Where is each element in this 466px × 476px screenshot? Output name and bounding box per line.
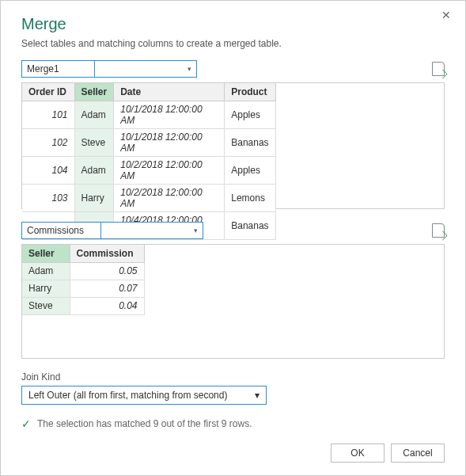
col-seller[interactable]: Seller <box>22 245 70 262</box>
second-table-preview: Seller Commission Adam 0.05 Harry 0.07 S… <box>21 244 445 359</box>
first-table-column-dropdown[interactable]: ▾ <box>94 60 197 78</box>
close-icon[interactable]: ✕ <box>435 6 457 25</box>
first-table-grid: Order ID Seller Date Product 101 Adam 10… <box>22 83 276 240</box>
chevron-down-icon: ▾ <box>194 227 198 234</box>
check-icon: ✓ <box>21 417 31 430</box>
col-order-id[interactable]: Order ID <box>22 83 74 101</box>
refresh-preview-icon[interactable] <box>432 223 445 238</box>
table-row[interactable]: Adam 0.05 <box>22 262 144 280</box>
match-status: ✓ The selection has matched 9 out of the… <box>21 417 445 430</box>
table-row[interactable]: 101 Adam 10/1/2018 12:00:00 AM Apples <box>22 101 275 128</box>
table-row[interactable]: Steve 0.04 <box>22 297 144 314</box>
cancel-button[interactable]: Cancel <box>391 444 445 463</box>
join-kind-label: Join Kind <box>21 371 445 383</box>
join-kind-dropdown[interactable]: Left Outer (all from first, matching fro… <box>21 386 267 405</box>
first-table-selector-row: Merge1 ▾ <box>21 60 445 78</box>
dialog-footer: OK Cancel <box>331 444 445 463</box>
col-commission[interactable]: Commission <box>70 245 144 262</box>
chevron-down-icon: ▾ <box>188 65 191 73</box>
merge-dialog: ✕ Merge Select tables and matching colum… <box>0 0 466 476</box>
col-seller[interactable]: Seller <box>74 83 114 101</box>
table-header-row: Seller Commission <box>22 245 144 262</box>
chevron-down-icon: ▾ <box>255 390 260 401</box>
second-table-name: Commissions <box>27 225 84 236</box>
join-kind-value: Left Outer (all from first, matching fro… <box>28 390 227 401</box>
dialog-title: Merge <box>21 15 445 33</box>
second-table-grid: Seller Commission Adam 0.05 Harry 0.07 S… <box>22 245 145 315</box>
ok-button[interactable]: OK <box>331 444 385 463</box>
table-row[interactable]: 104 Adam 10/2/2018 12:00:00 AM Apples <box>22 156 275 184</box>
col-date[interactable]: Date <box>114 83 225 101</box>
table-row[interactable]: Harry 0.07 <box>22 280 144 297</box>
table-row[interactable]: 103 Harry 10/2/2018 12:00:00 AM Lemons <box>22 184 275 211</box>
table-row[interactable]: 102 Steve 10/1/2018 12:00:00 AM Bananas <box>22 128 275 156</box>
second-table-name-input[interactable]: Commissions <box>21 222 100 239</box>
first-table-name-input[interactable]: Merge1 <box>21 60 94 78</box>
status-text: The selection has matched 9 out of the f… <box>37 418 252 429</box>
table-header-row: Order ID Seller Date Product <box>22 83 275 101</box>
second-table-column-dropdown[interactable]: ▾ <box>100 222 203 239</box>
refresh-preview-icon[interactable] <box>432 62 445 76</box>
first-table-name: Merge1 <box>27 63 59 74</box>
col-product[interactable]: Product <box>225 83 275 101</box>
dialog-subtitle: Select tables and matching columns to cr… <box>21 38 445 49</box>
first-table-preview: Order ID Seller Date Product 101 Adam 10… <box>21 82 445 209</box>
